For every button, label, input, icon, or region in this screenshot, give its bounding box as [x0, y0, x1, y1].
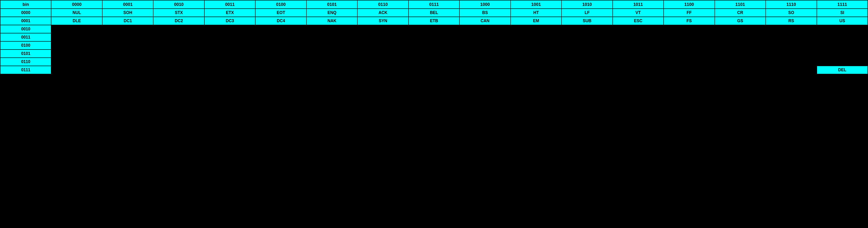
cell-0010-7 — [408, 25, 460, 33]
cell-0001-1: DC1 — [102, 17, 153, 25]
cell-0110-15 — [817, 58, 868, 66]
cell-0100-9 — [510, 41, 561, 50]
cell-0100-13 — [715, 41, 766, 50]
cell-0111-10 — [561, 66, 613, 74]
cell-0110-12 — [663, 58, 715, 66]
cell-0111-0 — [51, 66, 102, 74]
cell-0011-12 — [663, 33, 715, 41]
cell-0000-11: VT — [613, 9, 663, 17]
cell-0010-6 — [358, 25, 408, 33]
cell-0110-0 — [51, 58, 102, 66]
cell-0010-12 — [663, 25, 715, 33]
cell-0001-6: SYN — [358, 17, 408, 25]
header-col-12: 1100 — [663, 0, 715, 9]
header-col-15: 1111 — [817, 0, 868, 9]
cell-0100-7 — [408, 41, 460, 50]
cell-0111-13 — [715, 66, 766, 74]
row-label-0100: 0100 — [0, 41, 51, 50]
header-col-8: 1000 — [460, 0, 510, 9]
cell-0101-2 — [153, 50, 204, 58]
cell-0101-5 — [307, 50, 358, 58]
cell-0101-7 — [408, 50, 460, 58]
cell-0101-8 — [460, 50, 510, 58]
cell-0011-4 — [255, 33, 306, 41]
cell-0010-14 — [766, 25, 816, 33]
cell-0001-0: DLE — [51, 17, 102, 25]
cell-0010-13 — [715, 25, 766, 33]
row-label-0101: 0101 — [0, 50, 51, 58]
cell-0110-10 — [561, 58, 613, 66]
cell-0111-15: DEL — [817, 66, 868, 74]
header-col-2: 0010 — [153, 0, 204, 9]
row-label-0110: 0110 — [0, 58, 51, 66]
cell-0101-11 — [613, 50, 663, 58]
cell-0111-8 — [460, 66, 510, 74]
cell-0101-9 — [510, 50, 561, 58]
cell-0100-5 — [307, 41, 358, 50]
ascii-table: bin0000000100100011010001010110011110001… — [0, 0, 868, 74]
cell-0101-15 — [817, 50, 868, 58]
cell-0011-5 — [307, 33, 358, 41]
cell-0110-14 — [766, 58, 816, 66]
header-col-1: 0001 — [102, 0, 153, 9]
cell-0100-10 — [561, 41, 613, 50]
cell-0111-2 — [153, 66, 204, 74]
cell-0001-13: GS — [715, 17, 766, 25]
cell-0000-9: HT — [510, 9, 561, 17]
cell-0110-3 — [205, 58, 255, 66]
cell-0101-6 — [358, 50, 408, 58]
table-row-0100: 0100 — [0, 41, 868, 50]
cell-0100-3 — [205, 41, 255, 50]
row-label-0111: 0111 — [0, 66, 51, 74]
cell-0100-15 — [817, 41, 868, 50]
cell-0111-1 — [102, 66, 153, 74]
cell-0110-2 — [153, 58, 204, 66]
cell-0110-6 — [358, 58, 408, 66]
cell-0010-4 — [255, 25, 306, 33]
cell-0110-5 — [307, 58, 358, 66]
cell-0001-4: DC4 — [255, 17, 306, 25]
cell-0000-8: BS — [460, 9, 510, 17]
cell-0110-13 — [715, 58, 766, 66]
cell-0001-15: US — [817, 17, 868, 25]
cell-0000-12: FF — [663, 9, 715, 17]
cell-0110-8 — [460, 58, 510, 66]
cell-0101-0 — [51, 50, 102, 58]
cell-0111-9 — [510, 66, 561, 74]
cell-0001-5: NAK — [307, 17, 358, 25]
cell-0010-15 — [817, 25, 868, 33]
cell-0101-1 — [102, 50, 153, 58]
cell-0010-9 — [510, 25, 561, 33]
cell-0000-15: SI — [817, 9, 868, 17]
table-row-0010: 0010 — [0, 25, 868, 33]
cell-0000-6: ACK — [358, 9, 408, 17]
cell-0100-8 — [460, 41, 510, 50]
cell-0110-11 — [613, 58, 663, 66]
cell-0100-1 — [102, 41, 153, 50]
cell-0110-1 — [102, 58, 153, 66]
cell-0111-14 — [766, 66, 816, 74]
cell-0000-5: ENQ — [307, 9, 358, 17]
header-col-0: 0000 — [51, 0, 102, 9]
cell-0000-10: LF — [561, 9, 613, 17]
header-col-10: 1010 — [561, 0, 613, 9]
cell-0001-9: EM — [510, 17, 561, 25]
cell-0011-8 — [460, 33, 510, 41]
header-col-5: 0101 — [307, 0, 358, 9]
row-label-0011: 0011 — [0, 33, 51, 41]
cell-0010-10 — [561, 25, 613, 33]
header-col-7: 0111 — [408, 0, 460, 9]
cell-0001-10: SUB — [561, 17, 613, 25]
cell-0100-4 — [255, 41, 306, 50]
header-bin: bin — [0, 0, 51, 9]
cell-0000-3: ETX — [205, 9, 255, 17]
cell-0011-3 — [205, 33, 255, 41]
cell-0001-7: ETB — [408, 17, 460, 25]
header-col-14: 1110 — [766, 0, 816, 9]
cell-0111-3 — [205, 66, 255, 74]
cell-0111-5 — [307, 66, 358, 74]
cell-0010-1 — [102, 25, 153, 33]
cell-0000-7: BEL — [408, 9, 460, 17]
cell-0000-4: EOT — [255, 9, 306, 17]
cell-0011-6 — [358, 33, 408, 41]
